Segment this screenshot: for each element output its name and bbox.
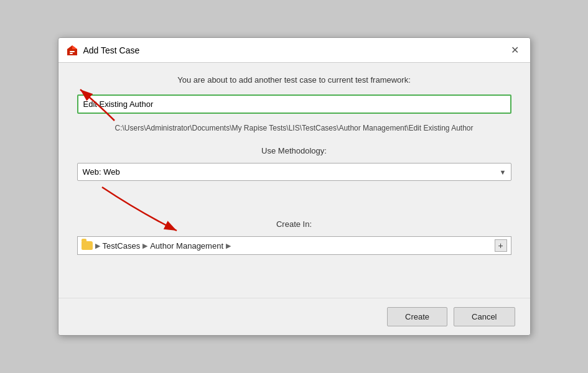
chevron-icon-2: ▶ bbox=[142, 242, 147, 250]
title-bar: Add Test Case ✕ bbox=[58, 38, 530, 63]
app-icon bbox=[66, 44, 78, 57]
title-bar-left: Add Test Case bbox=[66, 44, 140, 57]
add-test-case-dialog: Add Test Case ✕ You are about to add ano… bbox=[58, 37, 531, 336]
svg-marker-1 bbox=[72, 45, 77, 49]
breadcrumb-bar: ▶ TestCases ▶ Author Management ▶ + bbox=[77, 236, 511, 255]
close-button[interactable]: ✕ bbox=[507, 43, 523, 57]
dialog-body: You are about to add another test case t… bbox=[58, 63, 530, 298]
dialog-title: Add Test Case bbox=[83, 45, 140, 55]
breadcrumb-item-testcases[interactable]: TestCases bbox=[103, 241, 141, 251]
breadcrumb-item-author-management[interactable]: Author Management bbox=[150, 241, 223, 251]
cancel-button[interactable]: Cancel bbox=[454, 307, 515, 326]
methodology-select[interactable]: Web: Web bbox=[77, 163, 511, 181]
methodology-label: Use Methodology: bbox=[77, 146, 511, 155]
chevron-icon-1: ▶ bbox=[95, 242, 100, 250]
add-breadcrumb-button[interactable]: + bbox=[495, 239, 507, 252]
spacer bbox=[77, 188, 511, 207]
methodology-select-wrapper: Web: Web ▼ bbox=[77, 163, 511, 181]
test-case-name-input[interactable] bbox=[77, 94, 511, 114]
folder-icon bbox=[82, 241, 93, 250]
dialog-footer: Create Cancel bbox=[58, 298, 530, 335]
subtitle-text: You are about to add another test case t… bbox=[77, 75, 511, 85]
create-in-label: Create In: bbox=[77, 219, 511, 229]
file-path-text: C:\Users\Administrator\Documents\My Rapi… bbox=[77, 122, 511, 134]
svg-rect-3 bbox=[70, 53, 73, 54]
create-button[interactable]: Create bbox=[387, 307, 447, 326]
svg-rect-2 bbox=[70, 51, 75, 52]
chevron-icon-3: ▶ bbox=[226, 242, 231, 250]
